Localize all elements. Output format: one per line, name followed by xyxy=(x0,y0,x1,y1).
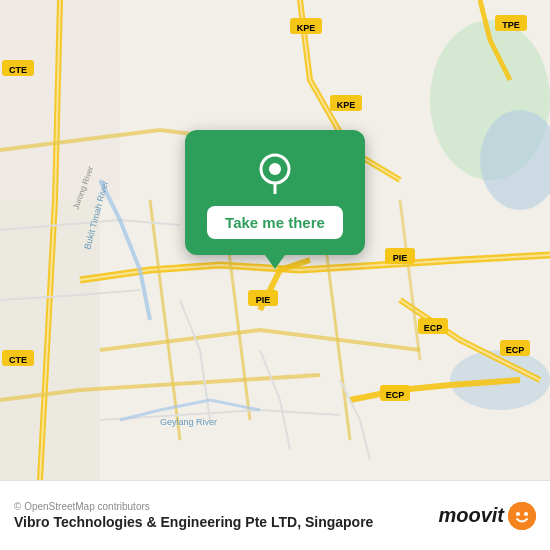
svg-text:KPE: KPE xyxy=(337,100,356,110)
moovit-wordmark: moovit xyxy=(438,504,504,527)
bottom-bar: © OpenStreetMap contributors Vibro Techn… xyxy=(0,480,550,550)
svg-text:PIE: PIE xyxy=(393,253,408,263)
svg-text:KPE: KPE xyxy=(297,23,316,33)
svg-text:CTE: CTE xyxy=(9,65,27,75)
take-me-there-button[interactable]: Take me there xyxy=(207,206,343,239)
svg-text:PIE: PIE xyxy=(256,295,271,305)
svg-text:ECP: ECP xyxy=(424,323,443,333)
moovit-logo[interactable]: moovit xyxy=(438,502,536,530)
map-attribution: © OpenStreetMap contributors xyxy=(14,501,373,512)
moovit-icon xyxy=(508,502,536,530)
svg-text:TPE: TPE xyxy=(502,20,520,30)
place-name: Vibro Technologies & Engineering Pte LTD… xyxy=(14,514,373,530)
svg-text:ECP: ECP xyxy=(506,345,525,355)
svg-point-34 xyxy=(524,512,528,516)
svg-point-33 xyxy=(516,512,520,516)
svg-point-30 xyxy=(269,163,281,175)
svg-text:CTE: CTE xyxy=(9,355,27,365)
svg-text:ECP: ECP xyxy=(386,390,405,400)
map-container: CTE CTE KPE KPE PIE PIE ECP ECP ECP TPE … xyxy=(0,0,550,480)
bottom-info: © OpenStreetMap contributors Vibro Techn… xyxy=(14,501,373,530)
svg-text:Geylang River: Geylang River xyxy=(160,417,217,427)
svg-point-32 xyxy=(508,502,536,530)
popup-card: Take me there xyxy=(185,130,365,255)
location-pin-icon xyxy=(253,150,297,194)
